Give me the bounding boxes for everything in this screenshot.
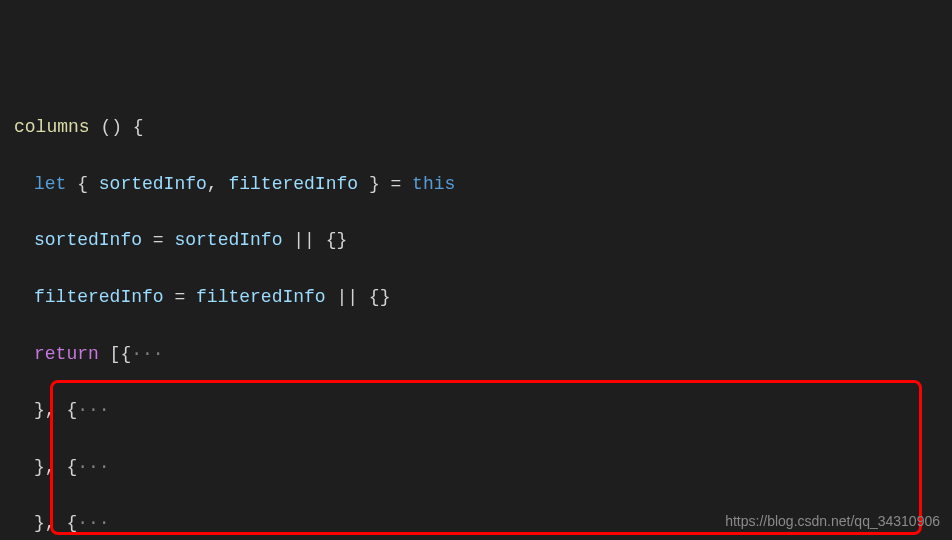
code-line: return [{··· (14, 340, 952, 368)
punct: { (66, 174, 98, 194)
code-line: let { sortedInfo, filteredInfo } = this (14, 170, 952, 198)
function-name: columns (14, 117, 90, 137)
punct: }, { (34, 513, 77, 533)
keyword-let: let (34, 174, 66, 194)
keyword-return: return (34, 344, 99, 364)
punct: [{ (99, 344, 131, 364)
fold-indicator[interactable]: ··· (77, 457, 109, 477)
code-line: }, {··· (14, 453, 952, 481)
punct: }, { (34, 400, 77, 420)
variable: filteredInfo (196, 287, 326, 307)
code-line: }, {··· (14, 396, 952, 424)
variable: sortedInfo (99, 174, 207, 194)
variable: sortedInfo (174, 230, 282, 250)
params: () { (90, 117, 144, 137)
code-line: columns () { (14, 113, 952, 141)
variable: filteredInfo (34, 287, 164, 307)
variable: filteredInfo (228, 174, 358, 194)
punct: } = (358, 174, 412, 194)
fold-indicator[interactable]: ··· (77, 513, 109, 533)
code-line: sortedInfo = sortedInfo || {} (14, 226, 952, 254)
punct: }, { (34, 457, 77, 477)
watermark: https://blog.csdn.net/qq_34310906 (725, 507, 940, 535)
keyword-this: this (412, 174, 455, 194)
code-line: filteredInfo = filteredInfo || {} (14, 283, 952, 311)
operator: = (164, 287, 196, 307)
fold-indicator[interactable]: ··· (77, 400, 109, 420)
punct: , (207, 174, 229, 194)
fold-indicator[interactable]: ··· (131, 344, 163, 364)
operator: = (142, 230, 174, 250)
variable: sortedInfo (34, 230, 142, 250)
punct: || {} (282, 230, 347, 250)
punct: || {} (326, 287, 391, 307)
